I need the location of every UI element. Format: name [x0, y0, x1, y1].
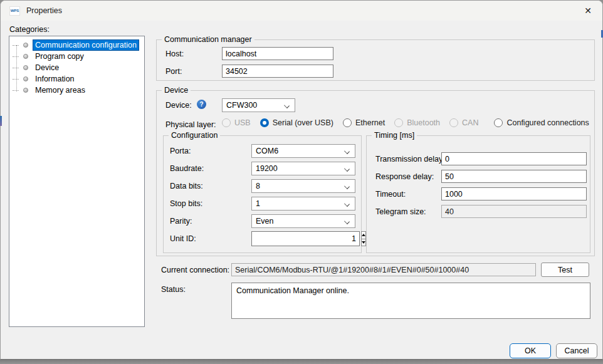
tree-item-information[interactable]: Information — [9, 73, 144, 85]
chevron-down-icon — [344, 184, 350, 189]
tree-item-label: Device — [33, 63, 61, 73]
tree-branch-line — [13, 79, 19, 80]
tree-item-label: Communication configuration — [33, 40, 139, 50]
unit-id-stepper[interactable] — [251, 231, 355, 246]
radio-icon — [343, 118, 352, 127]
group-title: Configuration — [169, 131, 220, 140]
port-input[interactable] — [222, 65, 333, 78]
radio-label: USB — [234, 118, 251, 127]
ok-button[interactable]: OK — [510, 343, 551, 358]
stop-bits-combobox-value: 1 — [256, 199, 260, 208]
radio-icon — [394, 118, 403, 127]
background-window-strip — [0, 360, 603, 364]
configuration-group: Configuration Porta: COM6 Baudrate: 1920… — [163, 135, 362, 253]
timing-group: Timing [ms] Transmission delay: Response… — [366, 135, 590, 253]
baudrate-combobox[interactable]: 19200 — [251, 162, 355, 175]
data-bits-combobox[interactable]: 8 — [251, 179, 355, 193]
radio-configured-connections[interactable]: Configured connections — [494, 118, 589, 127]
radio-icon — [494, 118, 503, 127]
radio-label: Serial (over USB) — [273, 118, 333, 127]
telegram-size-input — [441, 205, 587, 218]
cancel-button[interactable]: Cancel — [556, 343, 597, 358]
help-icon[interactable]: ? — [197, 100, 206, 109]
category-bullet-icon — [23, 54, 28, 59]
port-label: Port: — [165, 67, 182, 76]
chevron-down-icon — [284, 103, 290, 108]
radio-label: Configured connections — [506, 118, 589, 127]
close-icon[interactable]: ✕ — [574, 1, 602, 21]
group-title: Timing [ms] — [372, 131, 417, 140]
spin-up-button[interactable] — [361, 231, 366, 239]
stop-bits-combobox[interactable]: 1 — [251, 197, 355, 211]
background-window-sliver-left — [0, 116, 2, 126]
radio-icon — [449, 118, 458, 127]
spin-up-icon — [362, 234, 365, 236]
radio-label: Bluetooth — [407, 118, 440, 127]
tree-branch-line — [13, 56, 19, 57]
wps-app-icon: WPS — [9, 6, 20, 16]
radio-usb: USB — [222, 118, 251, 127]
response-delay-label: Response delay: — [375, 172, 434, 181]
tree-item-label: Information — [33, 74, 76, 84]
spin-down-icon — [362, 241, 365, 244]
physical-layer-radios: USB Serial (over USB) Ethernet Bluetooth… — [222, 118, 589, 127]
response-delay-input[interactable] — [441, 170, 587, 183]
tree-item-program-copy[interactable]: Program copy — [9, 51, 144, 62]
parity-combobox-value: Even — [256, 217, 274, 226]
chevron-down-icon — [344, 166, 350, 172]
transmission-delay-label: Transmission delay: — [375, 155, 445, 164]
radio-ethernet[interactable]: Ethernet — [343, 118, 385, 127]
communication-manager-group: Communication manager Host: Port: — [156, 39, 595, 81]
tree-item-label: Memory areas — [33, 85, 87, 95]
test-button[interactable]: Test — [541, 263, 589, 277]
categories-tree: Communication configuration Program copy… — [9, 36, 145, 327]
category-bullet-icon — [23, 88, 28, 93]
properties-dialog: WPS Properties ✕ Categories: Communicati… — [0, 0, 603, 360]
timeout-input[interactable] — [441, 187, 587, 200]
tree-item-memory-areas[interactable]: Memory areas — [9, 85, 144, 96]
chevron-down-icon — [344, 148, 350, 154]
spin-down-button[interactable] — [361, 239, 366, 247]
radio-can: CAN — [449, 118, 478, 127]
status-textarea[interactable]: Communication Manager online. — [231, 283, 590, 319]
parity-label: Parity: — [170, 217, 192, 226]
current-connection-input — [231, 263, 536, 276]
radio-serial-over-usb[interactable]: Serial (over USB) — [260, 118, 333, 127]
radio-icon — [222, 118, 231, 127]
parity-combobox[interactable]: Even — [251, 214, 355, 228]
timeout-label: Timeout: — [375, 190, 406, 199]
physical-layer-label: Physical layer: — [165, 120, 216, 129]
category-bullet-icon — [23, 76, 28, 81]
tree-item-device[interactable]: Device — [9, 62, 144, 73]
porta-combobox[interactable]: COM6 — [251, 144, 355, 158]
category-bullet-icon — [23, 43, 28, 48]
group-title: Communication manager — [162, 35, 254, 44]
host-label: Host: — [165, 49, 184, 58]
unit-id-input[interactable] — [251, 231, 360, 246]
host-input[interactable] — [222, 47, 333, 60]
tree-branch-line — [13, 68, 19, 68]
tree-branch-line — [13, 90, 19, 91]
radio-label: CAN — [462, 118, 478, 127]
tree-item-label: Program copy — [33, 51, 86, 61]
status-label: Status: — [161, 285, 186, 294]
device-group: Device Device: ? CFW300 Physical layer: … — [156, 90, 595, 256]
device-combobox[interactable]: CFW300 — [222, 98, 295, 112]
data-bits-label: Data bits: — [170, 182, 203, 190]
radio-label: Ethernet — [355, 118, 385, 127]
data-bits-combobox-value: 8 — [256, 182, 260, 190]
transmission-delay-input[interactable] — [441, 152, 587, 165]
window-title: Properties — [26, 6, 62, 15]
title-bar: WPS Properties ✕ — [1, 1, 602, 21]
porta-label: Porta: — [170, 147, 191, 155]
stop-bits-label: Stop bits: — [170, 199, 202, 208]
unit-id-spin-buttons — [361, 231, 366, 246]
baudrate-label: Baudrate: — [170, 164, 204, 173]
telegram-size-label: Telegram size: — [375, 207, 426, 216]
chevron-down-icon — [344, 219, 350, 224]
radio-icon — [260, 118, 269, 127]
tree-connector-line — [16, 45, 17, 91]
current-connection-label: Current connection: — [161, 266, 229, 274]
unit-id-label: Unit ID: — [170, 234, 196, 243]
tree-item-communication-configuration[interactable]: Communication configuration — [9, 39, 144, 51]
